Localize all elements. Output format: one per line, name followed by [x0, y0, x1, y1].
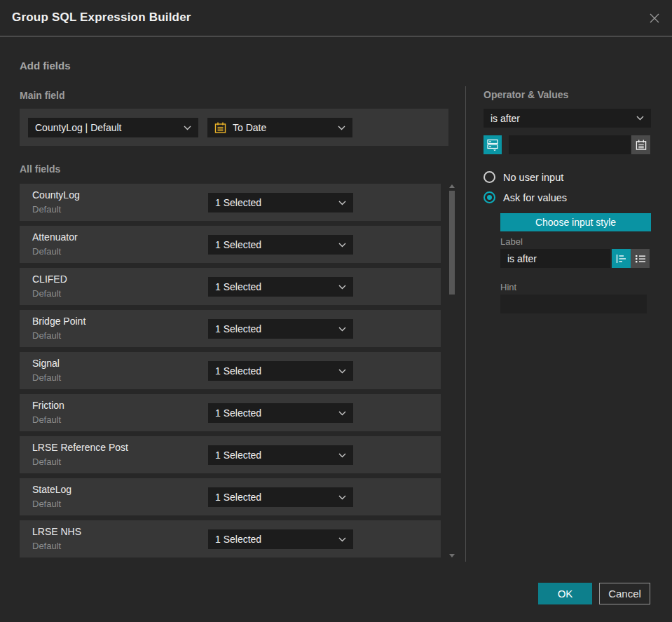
field-selected-dropdown[interactable]: 1 Selected: [208, 529, 353, 549]
chevron-down-icon: [334, 201, 346, 205]
main-date-select-value: To Date: [233, 122, 334, 133]
hint-caption: Hint: [500, 282, 516, 292]
field-row: CountyLog Default 1 Selected: [20, 184, 441, 221]
ok-button[interactable]: OK: [538, 583, 592, 604]
all-fields-label: All fields: [20, 163, 60, 175]
date-picker-button[interactable]: [631, 135, 650, 154]
radio-label: No user input: [503, 172, 563, 183]
field-name: Signal: [32, 358, 60, 369]
field-selected-dropdown[interactable]: 1 Selected: [208, 361, 353, 381]
operator-select[interactable]: is after: [484, 109, 651, 128]
field-row: Signal Default 1 Selected: [20, 352, 441, 389]
chevron-down-icon: [334, 285, 346, 290]
dialog-titlebar: Group SQL Expression Builder: [0, 0, 672, 36]
field-name: Bridge Point: [32, 316, 85, 327]
field-selected-value: 1 Selected: [215, 534, 334, 545]
label-input[interactable]: [500, 249, 610, 268]
field-selected-dropdown[interactable]: 1 Selected: [208, 319, 353, 339]
field-name: StateLog: [32, 484, 71, 495]
field-sublabel: Default: [32, 414, 61, 425]
field-selected-dropdown[interactable]: 1 Selected: [208, 445, 353, 465]
chevron-down-icon: [334, 411, 346, 416]
panel-divider: [465, 86, 466, 562]
field-selected-value: 1 Selected: [215, 492, 334, 503]
all-fields-list: CountyLog Default 1 Selected Attenuator …: [20, 184, 441, 562]
chevron-down-icon: [334, 495, 346, 500]
main-field-label: Main field: [20, 90, 65, 101]
close-icon: [647, 11, 661, 25]
scrollbar-thumb[interactable]: [449, 191, 455, 295]
chevron-down-icon: [179, 126, 191, 130]
field-row: Friction Default 1 Selected: [20, 394, 441, 431]
field-sublabel: Default: [32, 246, 61, 257]
field-name: LRSE NHS: [32, 526, 81, 537]
field-selected-value: 1 Selected: [215, 365, 334, 377]
field-sublabel: Default: [32, 372, 61, 383]
choose-input-style-button[interactable]: Choose input style: [500, 213, 651, 231]
field-selected-value: 1 Selected: [215, 239, 334, 250]
main-field-select[interactable]: CountyLog | Default: [28, 118, 198, 137]
field-selected-value: 1 Selected: [215, 323, 334, 334]
close-button[interactable]: [646, 10, 663, 27]
list-scrollbar[interactable]: [448, 183, 456, 559]
field-selected-dropdown[interactable]: 1 Selected: [208, 403, 353, 423]
value-input[interactable]: [509, 135, 631, 154]
field-row: Attenuator Default 1 Selected: [20, 226, 441, 263]
add-fields-heading: Add fields: [20, 60, 71, 72]
cancel-button[interactable]: Cancel: [599, 583, 650, 604]
radio-ask-for-values[interactable]: Ask for values: [484, 191, 567, 203]
field-selected-dropdown[interactable]: 1 Selected: [208, 487, 353, 507]
operator-values-heading: Operator & Values: [484, 89, 568, 100]
chevron-down-icon: [632, 116, 644, 121]
chevron-down-icon: [334, 537, 346, 542]
field-selected-value: 1 Selected: [215, 281, 334, 292]
chevron-down-icon: [334, 327, 346, 332]
field-selected-dropdown[interactable]: 1 Selected: [208, 277, 353, 297]
field-selected-value: 1 Selected: [215, 407, 334, 419]
field-name: LRSE Reference Post: [32, 442, 128, 453]
radio-circle-icon: [484, 171, 495, 183]
field-selected-value: 1 Selected: [215, 449, 334, 461]
align-left-icon: [616, 254, 627, 264]
field-row: LRSE NHS Default 1 Selected: [20, 520, 441, 557]
scroll-up-icon[interactable]: [449, 184, 455, 188]
field-row: CLIFED Default 1 Selected: [20, 268, 441, 305]
main-date-field-select[interactable]: To Date: [207, 118, 352, 137]
list-icon: [635, 254, 646, 264]
main-field-select-value: CountyLog | Default: [35, 122, 179, 133]
field-row: StateLog Default 1 Selected: [20, 478, 441, 515]
field-row: LRSE Reference Post Default 1 Selected: [20, 436, 441, 473]
calendar-icon: [636, 140, 647, 151]
field-selected-dropdown[interactable]: 1 Selected: [208, 235, 353, 255]
operator-select-value: is after: [491, 113, 632, 124]
radio-circle-selected-icon: [484, 191, 495, 203]
radio-label: Ask for values: [503, 192, 567, 203]
field-row: Bridge Point Default 1 Selected: [20, 310, 441, 347]
label-value-list-button[interactable]: [631, 249, 650, 268]
radio-no-user-input[interactable]: No user input: [484, 171, 563, 183]
field-name: Friction: [32, 400, 64, 411]
field-sublabel: Default: [32, 457, 61, 467]
calendar-icon: [214, 122, 226, 134]
input-style-icon: [487, 139, 498, 151]
label-single-value-button[interactable]: [612, 249, 631, 268]
field-sublabel: Default: [32, 204, 61, 215]
main-field-panel: CountyLog | Default To Date: [20, 109, 448, 146]
input-type-button[interactable]: [484, 135, 502, 154]
field-name: Attenuator: [32, 231, 78, 243]
chevron-down-icon: [334, 369, 346, 374]
field-sublabel: Default: [32, 288, 61, 299]
field-name: CountyLog: [32, 189, 80, 201]
label-caption: Label: [500, 236, 523, 247]
field-sublabel: Default: [32, 499, 61, 509]
field-sublabel: Default: [32, 330, 61, 341]
field-selected-value: 1 Selected: [215, 197, 334, 208]
scroll-down-icon[interactable]: [449, 554, 455, 557]
field-selected-dropdown[interactable]: 1 Selected: [208, 193, 353, 212]
dialog-title: Group SQL Expression Builder: [12, 11, 191, 25]
field-sublabel: Default: [32, 541, 61, 551]
hint-input[interactable]: [500, 295, 647, 313]
chevron-down-icon: [334, 126, 345, 130]
field-name: CLIFED: [32, 273, 67, 285]
chevron-down-icon: [334, 243, 346, 248]
